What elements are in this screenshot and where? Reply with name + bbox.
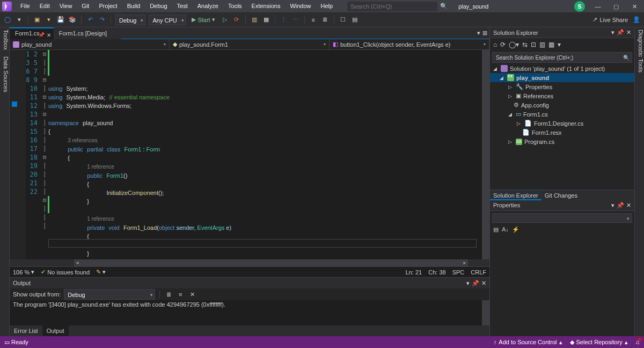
node-form1designer[interactable]: ▷📄Form1.Designer.cs — [490, 119, 634, 128]
window-split-icon[interactable]: ⊞ — [482, 30, 487, 37]
menu-debug[interactable]: Debug — [145, 0, 171, 12]
horizontal-scrollbar[interactable] — [74, 259, 468, 266]
menu-help[interactable]: Help — [317, 0, 338, 12]
menu-git[interactable]: Git — [77, 0, 93, 12]
output-text[interactable]: The program '[3400] play_sound.exe' has … — [10, 300, 489, 325]
preview-tab-icon[interactable]: ▾ — [477, 30, 480, 37]
zoom-level[interactable]: 106 % ▾ — [13, 269, 34, 276]
char-indicator[interactable]: Ch: 38 — [428, 269, 445, 276]
account-avatar[interactable]: S — [574, 1, 585, 12]
menu-edit[interactable]: Edit — [35, 0, 54, 12]
lineending-indicator[interactable]: CRLF — [471, 269, 486, 276]
tab-git-changes[interactable]: Git Changes — [541, 190, 581, 200]
start-without-debug-icon[interactable]: ▷ — [221, 16, 229, 24]
tab-output[interactable]: Output — [42, 325, 69, 336]
node-project[interactable]: ◢play_sound — [490, 73, 634, 82]
node-properties[interactable]: ▷🔧Properties — [490, 82, 634, 91]
menu-build[interactable]: Build — [123, 0, 144, 12]
start-debug-button[interactable]: ▶ Start ▾ — [189, 16, 217, 23]
node-programcs[interactable]: ▷C#Program.cs — [490, 137, 634, 146]
properties-object-dropdown[interactable] — [492, 213, 632, 223]
panel-close-icon[interactable]: ✕ — [481, 280, 486, 287]
error-indicator[interactable]: ✔No issues found — [41, 269, 90, 276]
panel-pin-icon[interactable]: 📌 — [617, 202, 624, 209]
toggle-wrap-icon[interactable]: ≡ — [176, 290, 185, 299]
output-source-dropdown[interactable]: Debug — [64, 289, 155, 300]
open-file-icon[interactable]: ▾ — [45, 16, 53, 24]
panel-pin-icon[interactable]: 📌 — [617, 29, 624, 36]
data-sources-tab[interactable]: Data Sources — [0, 56, 9, 92]
feedback-icon[interactable]: 👤 — [632, 16, 641, 24]
solution-config-dropdown[interactable]: Debug — [115, 15, 145, 25]
breakpoint-well[interactable] — [12, 102, 18, 108]
output-scrollbar[interactable] — [482, 300, 489, 325]
tab-form1-cs[interactable]: Form1.cs 📌 ✕ — [10, 27, 54, 39]
panel-pin-icon[interactable]: 📌 — [472, 280, 479, 287]
minimize-button[interactable]: — — [590, 1, 605, 12]
notifications-button[interactable]: ♫ — [635, 339, 640, 345]
uncomment-icon[interactable]: ⋯ — [291, 16, 300, 24]
panel-dropdown-icon[interactable]: ▾ — [466, 280, 470, 287]
se-showall-icon[interactable]: ▥ — [539, 41, 545, 48]
code-editor[interactable]: 1 2 3 5 6 7 8 9 10 11 12 13 14 15 16 17 … — [10, 50, 489, 259]
health-indicator[interactable]: ✎ ▾ — [96, 269, 106, 276]
tab-form1-design[interactable]: Form1.cs [Design] — [54, 27, 121, 39]
fwd-nav-icon[interactable]: ▾ — [15, 16, 24, 24]
menu-tools[interactable]: Tools — [224, 0, 246, 12]
redo-icon[interactable]: ↷ — [98, 16, 106, 24]
toolbox-tab[interactable]: Toolbox — [0, 30, 9, 50]
quick-launch-input[interactable] — [347, 1, 438, 12]
panel-dropdown-icon[interactable]: ▾ — [611, 29, 614, 36]
panel-dropdown-icon[interactable]: ▾ — [611, 202, 614, 209]
code-content[interactable]: using System; using System.Media; // ess… — [48, 50, 482, 259]
clear-output-icon[interactable]: ≣ — [164, 290, 173, 299]
bookmark-icon[interactable]: ☐ — [339, 16, 347, 24]
node-form1resx[interactable]: 📄Form1.resx — [490, 128, 634, 137]
tab-error-list[interactable]: Error List — [10, 325, 42, 336]
outdent-icon[interactable]: ≣ — [321, 16, 330, 24]
menu-project[interactable]: Project — [94, 0, 121, 12]
tab-solution-explorer[interactable]: Solution Explorer — [490, 190, 541, 200]
menu-window[interactable]: Window — [286, 0, 315, 12]
menu-file[interactable]: File — [16, 0, 34, 12]
node-solution[interactable]: ◢Solution 'play_sound' (1 of 1 project) — [490, 64, 634, 73]
maximize-button[interactable]: ▢ — [609, 1, 624, 12]
categorized-icon[interactable]: ▤ — [493, 226, 499, 233]
vertical-scrollbar[interactable] — [482, 50, 489, 259]
output-clear-all-icon[interactable]: ✕ — [188, 290, 196, 299]
nav-class-dropdown[interactable]: ◆play_sound.Form1 — [170, 39, 330, 49]
diagnostic-tools-tab[interactable]: Diagnostic Tools — [638, 30, 644, 73]
menu-analyze[interactable]: Analyze — [193, 0, 223, 12]
solution-tree[interactable]: ◢Solution 'play_sound' (1 of 1 project) … — [490, 64, 634, 190]
panel-close-icon[interactable]: ✕ — [626, 202, 631, 209]
new-project-icon[interactable]: ▣ — [33, 16, 41, 24]
save-all-icon[interactable]: 📚 — [68, 16, 77, 24]
se-search-input[interactable]: Search Solution Explorer (Ctrl+;) — [492, 52, 632, 63]
menu-view[interactable]: View — [55, 0, 77, 12]
panel-close-icon[interactable]: ✕ — [626, 29, 631, 36]
close-button[interactable]: ✕ — [627, 1, 642, 12]
alphabetical-icon[interactable]: A↓ — [502, 226, 509, 233]
nav-member-dropdown[interactable]: ◧button1_Click(object sender, EventArgs … — [330, 39, 489, 49]
glyph-margin[interactable] — [10, 50, 26, 259]
hot-reload-icon[interactable]: ⟳ — [232, 16, 241, 24]
solution-platform-dropdown[interactable]: Any CPU — [149, 15, 186, 25]
se-preview-icon[interactable]: ▾ — [558, 41, 561, 48]
live-share-button[interactable]: ↗ Live Share — [592, 16, 628, 23]
undo-icon[interactable]: ↶ — [86, 16, 94, 24]
indent-icon[interactable]: ≡ — [309, 16, 318, 24]
back-nav-icon[interactable]: ◯ — [3, 16, 12, 24]
events-icon[interactable]: ⚡ — [512, 226, 519, 233]
se-sync-icon[interactable]: ⟳ — [500, 41, 506, 48]
browse-icon[interactable]: ▥ — [250, 16, 259, 24]
menu-test[interactable]: Test — [173, 0, 192, 12]
node-form1cs[interactable]: ◢▭Form1.cs — [490, 110, 634, 119]
close-tab-icon[interactable]: ✕ — [47, 30, 51, 40]
menu-extensions[interactable]: Extensions — [247, 0, 285, 12]
indent-indicator[interactable]: SPC — [452, 269, 465, 276]
find-icon[interactable]: ▦ — [262, 16, 270, 24]
se-home-icon[interactable]: ⌂ — [493, 41, 497, 48]
se-back-icon[interactable]: ◯▾ — [509, 41, 519, 48]
se-collapse-icon[interactable]: ⊡ — [531, 41, 536, 48]
save-icon[interactable]: 💾 — [56, 16, 65, 24]
